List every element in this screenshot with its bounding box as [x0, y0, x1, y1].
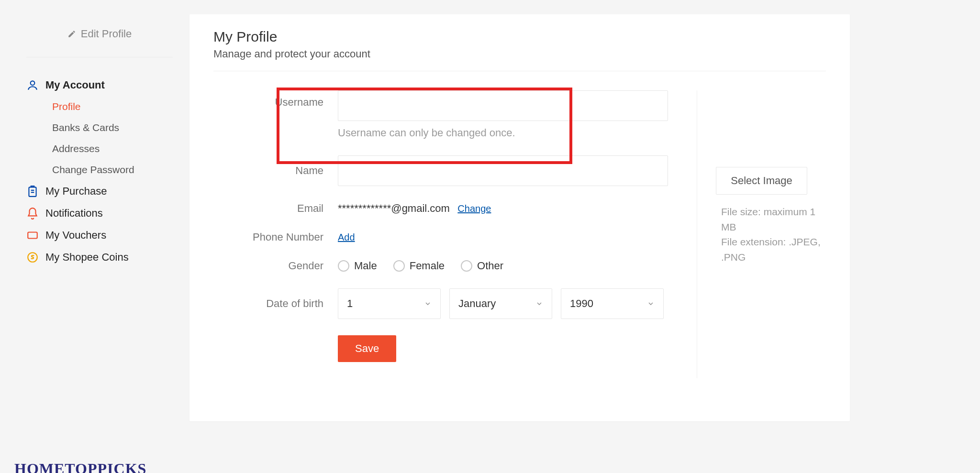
username-label: Username — [213, 90, 338, 109]
bell-icon — [26, 207, 39, 220]
page-title: My Profile — [213, 29, 826, 45]
coin-icon — [26, 251, 39, 264]
chevron-down-icon — [647, 300, 655, 308]
username-input[interactable] — [338, 90, 668, 121]
sidebar-item-label: My Shopee Coins — [45, 251, 129, 264]
sidebar-subitem-change-password[interactable]: Change Password — [52, 159, 173, 180]
chevron-down-icon — [424, 300, 432, 308]
user-icon — [26, 79, 39, 91]
dob-day-select[interactable]: 1 — [338, 288, 441, 319]
sidebar-item-label: My Purchase — [45, 185, 107, 198]
edit-profile-label: Edit Profile — [81, 28, 132, 40]
sidebar-subitem-addresses[interactable]: Addresses — [52, 138, 173, 159]
pencil-icon — [67, 30, 76, 38]
radio-icon — [393, 260, 405, 272]
sidebar-item-shopee-coins[interactable]: My Shopee Coins — [26, 246, 173, 268]
radio-icon — [461, 260, 472, 272]
sidebar-item-my-account[interactable]: My Account — [26, 74, 173, 96]
sidebar-item-label: My Vouchers — [45, 229, 106, 242]
phone-add-link[interactable]: Add — [338, 232, 355, 242]
svg-rect-2 — [28, 232, 37, 239]
name-input[interactable] — [338, 155, 668, 186]
sidebar-item-notifications[interactable]: Notifications — [26, 202, 173, 224]
clipboard-icon — [26, 185, 39, 198]
divider — [213, 71, 826, 71]
gender-radio-male[interactable]: Male — [338, 260, 377, 272]
sidebar-subitem-banks-cards[interactable]: Banks & Cards — [52, 117, 173, 138]
sidebar-item-label: Notifications — [45, 207, 103, 220]
phone-label: Phone Number — [213, 231, 338, 243]
email-value: *************@gmail.com — [338, 202, 450, 214]
main-panel: My Profile Manage and protect your accou… — [189, 14, 850, 421]
dob-month-select[interactable]: January — [449, 288, 552, 319]
dob-year-select[interactable]: 1990 — [561, 288, 664, 319]
gender-radio-other[interactable]: Other — [461, 260, 503, 272]
chevron-down-icon — [535, 300, 543, 308]
sidebar-item-my-vouchers[interactable]: My Vouchers — [26, 224, 173, 246]
file-size-hint: File size: maximum 1 MB — [721, 204, 826, 234]
gender-label: Gender — [213, 260, 338, 272]
dob-label: Date of birth — [213, 297, 338, 310]
email-change-link[interactable]: Change — [457, 203, 491, 214]
watermark: HOMETOPPICKS — [14, 460, 146, 473]
radio-icon — [338, 260, 349, 272]
sidebar-subitem-profile[interactable]: Profile — [52, 96, 173, 117]
email-label: Email — [213, 202, 338, 215]
svg-point-0 — [31, 81, 35, 85]
save-button[interactable]: Save — [338, 335, 396, 362]
select-image-button[interactable]: Select Image — [716, 167, 807, 195]
voucher-icon — [26, 229, 39, 242]
name-label: Name — [213, 165, 338, 177]
file-ext-hint: File extension: .JPEG, .PNG — [721, 234, 826, 264]
sidebar-item-my-purchase[interactable]: My Purchase — [26, 180, 173, 202]
username-hint: Username can only be changed once. — [338, 127, 668, 139]
sidebar-item-label: My Account — [45, 79, 105, 91]
gender-radio-female[interactable]: Female — [393, 260, 445, 272]
edit-profile-link[interactable]: Edit Profile — [26, 28, 173, 57]
sidebar-nav: My Account Profile Banks & Cards Address… — [26, 74, 173, 268]
page-subtitle: Manage and protect your account — [213, 48, 826, 60]
